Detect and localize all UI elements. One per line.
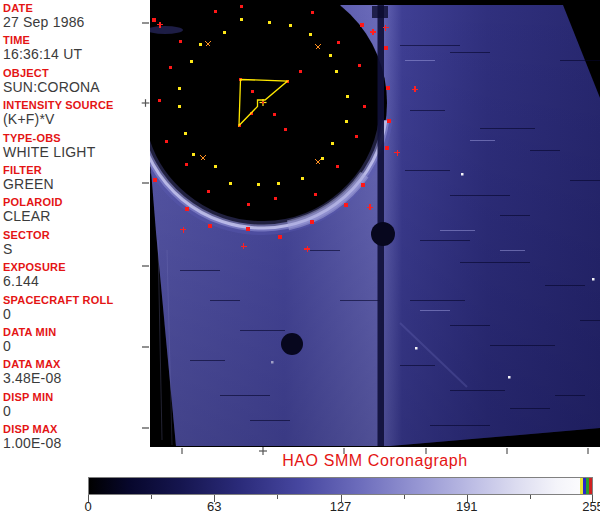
left-axis-ticks xyxy=(140,0,150,447)
image-title: HAO SMM Coronagraph xyxy=(150,452,600,470)
colorbar xyxy=(88,477,593,495)
sidebar-field-value: CLEAR xyxy=(3,208,149,225)
dark-blob xyxy=(371,222,395,246)
scratch-streak xyxy=(530,150,560,151)
colorbar-tick-label: 0 xyxy=(84,499,91,512)
scratch-streak xyxy=(340,300,380,301)
colorbar-tick-label: 127 xyxy=(330,499,352,512)
star-point xyxy=(508,376,511,379)
scratch-streak xyxy=(250,420,290,421)
sidebar-field-label: SECTOR xyxy=(3,229,149,241)
scratch-streak xyxy=(240,330,285,331)
sidebar-field-value: 1.00E-08 xyxy=(3,435,149,452)
scratch-streak xyxy=(490,345,555,346)
scratch-streak xyxy=(460,262,530,263)
sidebar-field-value: 0 xyxy=(3,403,149,420)
scratch-streak xyxy=(210,300,240,301)
metadata-sidebar: DATE27 Sep 1986TIME16:36:14 UTOBJECTSUN:… xyxy=(0,0,150,455)
sidebar-field-label: FILTER xyxy=(3,164,149,176)
colorbar-stripe xyxy=(589,478,592,494)
colorbar-scale-labels: 063127191255 xyxy=(88,499,593,512)
scratch-streak xyxy=(405,60,435,61)
sidebar-field: POLAROIDCLEAR xyxy=(3,196,149,225)
sidebar-field-value: 3.48E-08 xyxy=(3,370,149,387)
sidebar-field-value: SUN:CORONA xyxy=(3,79,149,96)
scratch-streak xyxy=(420,240,470,241)
star-point xyxy=(415,347,418,350)
sidebar-field: TYPE-OBSWHITE LIGHT xyxy=(3,132,149,161)
scratch-streak xyxy=(450,390,505,391)
scratch-streak xyxy=(450,195,510,196)
sidebar-field-value: 0 xyxy=(3,338,149,355)
sidebar-field-label: SPACECRAFT ROLL xyxy=(3,294,149,306)
scratch-streak xyxy=(410,110,445,111)
scratch-streak xyxy=(440,230,475,231)
colorbar-gradient xyxy=(89,478,592,494)
scratch-streak xyxy=(430,425,490,426)
sidebar-field: DISP MIN0 xyxy=(3,391,149,420)
center-marker xyxy=(262,102,264,104)
colorbar-stripes xyxy=(580,478,592,494)
dark-blob xyxy=(281,333,303,355)
sidebar-field: EXPOSURE6.144 xyxy=(3,261,149,290)
scratch-streak xyxy=(500,215,530,216)
sidebar-field: TIME16:36:14 UT xyxy=(3,34,149,63)
sidebar-field-value: 0 xyxy=(3,306,149,323)
colorbar-tick-label: 255 xyxy=(582,499,600,512)
sidebar-field-value: 27 Sep 1986 xyxy=(3,14,149,31)
sidebar-field-label: DISP MIN xyxy=(3,391,149,403)
scratch-streak xyxy=(555,395,585,396)
sidebar-field-value: GREEN xyxy=(3,176,149,193)
sidebar-field-label: TYPE-OBS xyxy=(3,132,149,144)
coronagraph-image xyxy=(150,0,600,456)
sidebar-field: DATE27 Sep 1986 xyxy=(3,2,149,31)
scratch-streak xyxy=(500,250,525,251)
sidebar-field-value: 6.144 xyxy=(3,273,149,290)
scratch-streak xyxy=(560,60,600,61)
scratch-streak xyxy=(220,395,270,396)
scratch-streak xyxy=(480,128,535,129)
sidebar-field-label: DISP MAX xyxy=(3,423,149,435)
scratch-streak xyxy=(180,270,220,271)
sidebar-field-label: DATA MIN xyxy=(3,326,149,338)
sidebar-field: SECTORS xyxy=(3,229,149,258)
scratch-streak xyxy=(450,325,490,326)
scratch-streak xyxy=(410,300,465,301)
scratch-streak xyxy=(420,310,450,311)
scratch-streak xyxy=(450,52,490,53)
colorbar-tick-label: 63 xyxy=(207,499,221,512)
sidebar-field: DATA MAX3.48E-08 xyxy=(3,358,149,387)
sidebar-field-label: INTENSITY SOURCE xyxy=(3,99,149,111)
scratch-streak xyxy=(580,320,600,321)
scratch-streak xyxy=(470,140,495,141)
star-point xyxy=(461,173,464,176)
sidebar-field: DATA MIN0 xyxy=(3,326,149,355)
sidebar-field-label: POLAROID xyxy=(3,196,149,208)
star-point xyxy=(592,278,595,281)
coronagraph-viewer: DATE27 Sep 1986TIME16:36:14 UTOBJECTSUN:… xyxy=(0,0,600,512)
sidebar-field: INTENSITY SOURCE(K+F)*V xyxy=(3,99,149,128)
scratch-streak xyxy=(510,408,550,409)
sidebar-field-value: S xyxy=(3,241,149,258)
scratch-streak xyxy=(190,360,225,361)
sidebar-field-value: WHITE LIGHT xyxy=(3,144,149,161)
scratch-streak xyxy=(400,365,435,366)
sidebar-field-value: 16:36:14 UT xyxy=(3,46,149,63)
scratch-streak xyxy=(405,170,450,171)
scratch-streak xyxy=(570,180,600,181)
sidebar-field-label: OBJECT xyxy=(3,67,149,79)
sidebar-field-label: TIME xyxy=(3,34,149,46)
sidebar-field-label: DATE xyxy=(3,2,149,14)
sidebar-field: DISP MAX1.00E-08 xyxy=(3,423,149,452)
sidebar-field: OBJECTSUN:CORONA xyxy=(3,67,149,96)
scratch-streak xyxy=(310,250,340,251)
scratch-streak xyxy=(400,45,460,46)
sidebar-field-value: (K+F)*V xyxy=(3,111,149,128)
sidebar-field: FILTERGREEN xyxy=(3,164,149,193)
sidebar-field-label: DATA MAX xyxy=(3,358,149,370)
star-point xyxy=(271,361,274,364)
sidebar-field: SPACECRAFT ROLL0 xyxy=(3,294,149,323)
colorbar-tick-label: 191 xyxy=(456,499,478,512)
sidebar-field-label: EXPOSURE xyxy=(3,261,149,273)
scratch-streak xyxy=(545,285,585,286)
